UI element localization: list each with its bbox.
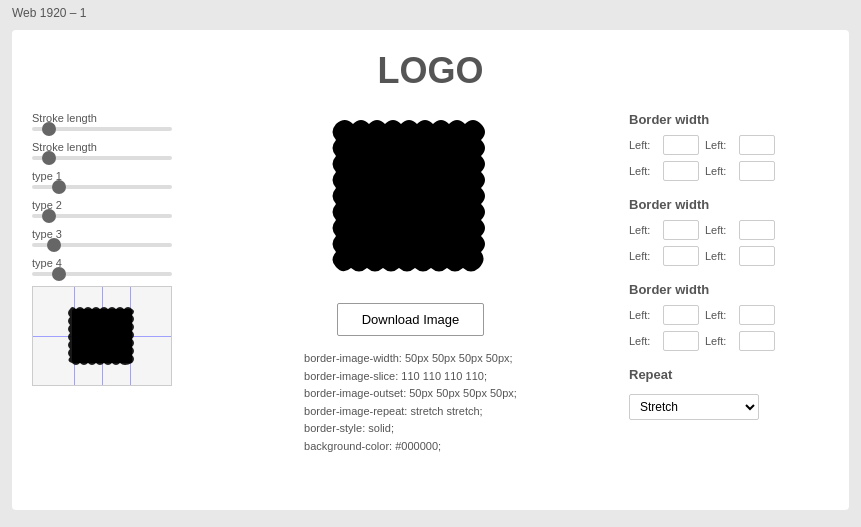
css-line-2: border-image-slice: 110 110 110 110; xyxy=(304,368,517,386)
slider-group-3: type 2 xyxy=(32,199,192,218)
border-label-1-1-0: Left: xyxy=(629,250,657,262)
border-input-row-0-0: Left:Left: xyxy=(629,135,829,155)
border-input-1-0-0[interactable] xyxy=(663,220,699,240)
right-panel: Border widthLeft:Left:Left:Left:Border w… xyxy=(629,112,829,456)
slider-track-0[interactable] xyxy=(32,127,172,131)
main-card: LOGO Stroke lengthStroke lengthtype 1typ… xyxy=(12,30,849,510)
content-area: Stroke lengthStroke lengthtype 1type 2ty… xyxy=(32,112,829,456)
border-input-1-1-1[interactable] xyxy=(739,246,775,266)
border-label-2-0-1: Left: xyxy=(705,309,733,321)
preview-svg xyxy=(62,301,142,371)
border-sections-container: Border widthLeft:Left:Left:Left:Border w… xyxy=(629,112,829,351)
slider-thumb-4[interactable] xyxy=(47,238,61,252)
slider-track-1[interactable] xyxy=(32,156,172,160)
css-line-1: border-image-width: 50px 50px 50px 50px; xyxy=(304,350,517,368)
slider-track-5[interactable] xyxy=(32,272,172,276)
border-input-row-2-0: Left:Left: xyxy=(629,305,829,325)
preview-inner xyxy=(62,301,142,371)
border-label-2-1-1: Left: xyxy=(705,335,733,347)
border-input-1-1-0[interactable] xyxy=(663,246,699,266)
slider-track-4[interactable] xyxy=(32,243,172,247)
preview-box xyxy=(32,286,172,386)
css-line-5: border-style: solid; xyxy=(304,420,517,438)
border-label-0-0-1: Left: xyxy=(705,139,733,151)
border-input-0-1-0[interactable] xyxy=(663,161,699,181)
border-label-0-1-1: Left: xyxy=(705,165,733,177)
border-label-1-0-1: Left: xyxy=(705,224,733,236)
slider-group-4: type 3 xyxy=(32,228,192,247)
slider-group-5: type 4 xyxy=(32,257,192,276)
left-panel: Stroke lengthStroke lengthtype 1type 2ty… xyxy=(32,112,192,456)
slider-thumb-0[interactable] xyxy=(42,122,56,136)
slider-label-1: Stroke length xyxy=(32,141,192,153)
border-input-1-0-1[interactable] xyxy=(739,220,775,240)
border-input-2-1-1[interactable] xyxy=(739,331,775,351)
slider-thumb-1[interactable] xyxy=(42,151,56,165)
border-width-section-1: Border widthLeft:Left:Left:Left: xyxy=(629,197,829,266)
slider-track-3[interactable] xyxy=(32,214,172,218)
slider-track-2[interactable] xyxy=(32,185,172,189)
border-input-row-0-1: Left:Left: xyxy=(629,161,829,181)
css-line-4: border-image-repeat: stretch stretch; xyxy=(304,403,517,421)
slider-group-1: Stroke length xyxy=(32,141,192,160)
repeat-select[interactable]: StretchRepeatRoundSpace xyxy=(629,394,759,420)
border-input-2-1-0[interactable] xyxy=(663,331,699,351)
window-title: Web 1920 – 1 xyxy=(0,0,861,26)
border-label-2-1-0: Left: xyxy=(629,335,657,347)
repeat-section: Repeat StretchRepeatRoundSpace xyxy=(629,367,829,420)
slider-group-2: type 1 xyxy=(32,170,192,189)
image-frame xyxy=(321,112,501,287)
border-label-1-1-1: Left: xyxy=(705,250,733,262)
border-width-title-2: Border width xyxy=(629,282,829,297)
slider-label-0: Stroke length xyxy=(32,112,192,124)
border-input-0-0-1[interactable] xyxy=(739,135,775,155)
slider-thumb-5[interactable] xyxy=(52,267,66,281)
border-width-title-1: Border width xyxy=(629,197,829,212)
css-line-6: background-color: #000000; xyxy=(304,438,517,456)
border-input-2-0-1[interactable] xyxy=(739,305,775,325)
border-input-row-1-0: Left:Left: xyxy=(629,220,829,240)
svg-rect-1 xyxy=(349,136,473,263)
border-input-0-1-1[interactable] xyxy=(739,161,775,181)
border-label-0-0-0: Left: xyxy=(629,139,657,151)
sliders-container: Stroke lengthStroke lengthtype 1type 2ty… xyxy=(32,112,192,276)
slider-thumb-3[interactable] xyxy=(42,209,56,223)
border-width-title-0: Border width xyxy=(629,112,829,127)
border-input-row-1-1: Left:Left: xyxy=(629,246,829,266)
css-code-block: border-image-width: 50px 50px 50px 50px;… xyxy=(304,350,517,456)
border-width-section-2: Border widthLeft:Left:Left:Left: xyxy=(629,282,829,351)
border-input-row-2-1: Left:Left: xyxy=(629,331,829,351)
main-border-svg xyxy=(321,112,501,287)
slider-group-0: Stroke length xyxy=(32,112,192,131)
border-label-0-1-0: Left: xyxy=(629,165,657,177)
page-title: LOGO xyxy=(32,50,829,92)
border-width-section-0: Border widthLeft:Left:Left:Left: xyxy=(629,112,829,181)
border-label-1-0-0: Left: xyxy=(629,224,657,236)
center-panel: Download Image border-image-width: 50px … xyxy=(212,112,609,456)
slider-thumb-2[interactable] xyxy=(52,180,66,194)
slider-label-3: type 2 xyxy=(32,199,192,211)
download-image-button[interactable]: Download Image xyxy=(337,303,485,336)
repeat-title: Repeat xyxy=(629,367,829,382)
css-line-3: border-image-outset: 50px 50px 50px 50px… xyxy=(304,385,517,403)
border-input-2-0-0[interactable] xyxy=(663,305,699,325)
border-label-2-0-0: Left: xyxy=(629,309,657,321)
border-input-0-0-0[interactable] xyxy=(663,135,699,155)
